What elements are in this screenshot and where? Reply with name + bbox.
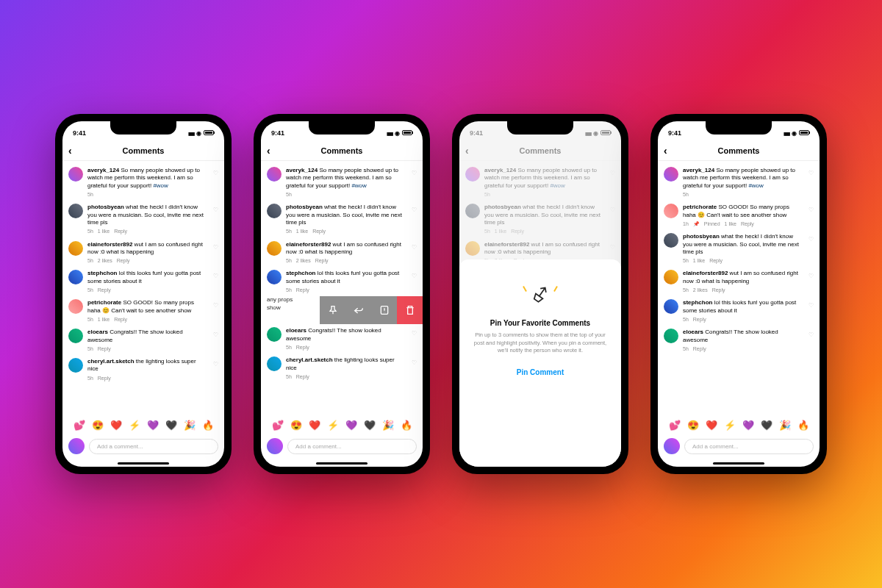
comment-likes[interactable]: 1 like — [98, 228, 110, 234]
comment-reply[interactable]: Reply — [296, 287, 309, 293]
emoji-shortcut[interactable]: 💜 — [345, 420, 357, 431]
comment-reply[interactable]: Reply — [693, 345, 706, 352]
emoji-shortcut[interactable]: ❤️ — [706, 420, 717, 431]
comments-list[interactable]: averyk_124 So many people showed up to w… — [261, 161, 423, 415]
back-button[interactable]: ‹ — [465, 146, 469, 156]
comment-reply[interactable]: Reply — [296, 373, 309, 380]
back-button[interactable]: ‹ — [68, 146, 72, 156]
comment-input[interactable]: Add a comment... — [89, 439, 218, 454]
comment-row[interactable]: averyk_124 So many people showed up to w… — [658, 164, 820, 201]
home-indicator[interactable] — [713, 462, 764, 465]
commenter-avatar[interactable] — [68, 270, 83, 284]
like-comment-icon[interactable]: ♡ — [412, 207, 417, 213]
like-comment-icon[interactable]: ♡ — [808, 170, 814, 176]
commenter-avatar[interactable] — [68, 167, 83, 182]
comment-reply[interactable]: Reply — [98, 345, 111, 352]
emoji-shortcut[interactable]: 🔥 — [401, 420, 412, 431]
like-comment-icon[interactable]: ♡ — [412, 244, 417, 251]
emoji-shortcut[interactable]: 🔥 — [797, 420, 809, 431]
commenter-username[interactable]: averyk_124 — [683, 167, 714, 173]
commenter-avatar[interactable] — [267, 270, 282, 284]
comment-reply[interactable]: Reply — [511, 228, 524, 234]
comment-likes[interactable]: 2 likes — [296, 257, 311, 264]
comment-row[interactable]: averyk_124 So many people showed up to w… — [62, 164, 224, 201]
commenter-username[interactable]: elaineforster892 — [87, 241, 132, 248]
reply-action-button[interactable] — [345, 296, 371, 324]
like-comment-icon[interactable]: ♡ — [213, 273, 218, 279]
comment-row[interactable]: averyk_124 So many people showed up to w… — [261, 164, 423, 201]
comment-likes[interactable]: 1 like — [693, 257, 705, 264]
hashtag[interactable]: #wow — [748, 182, 763, 189]
pin-action-button[interactable] — [320, 296, 345, 324]
hashtag[interactable]: #wow — [351, 182, 366, 189]
like-comment-icon[interactable]: ♡ — [213, 302, 218, 309]
commenter-avatar[interactable] — [267, 241, 282, 256]
commenter-username[interactable]: photosbyean — [683, 233, 720, 240]
commenter-avatar[interactable] — [68, 329, 83, 343]
comment-reply[interactable]: Reply — [296, 344, 309, 351]
emoji-shortcut[interactable]: 🎉 — [779, 420, 791, 431]
commenter-avatar[interactable] — [664, 329, 678, 343]
comment-reply[interactable]: Reply — [312, 228, 326, 234]
commenter-username[interactable]: stephchon — [683, 299, 712, 306]
comment-likes[interactable]: 1 like — [98, 316, 110, 323]
emoji-shortcut[interactable]: 💕 — [74, 420, 85, 431]
home-indicator[interactable] — [316, 462, 368, 465]
comments-list[interactable]: averyk_124 So many people showed up to w… — [62, 161, 224, 415]
back-button[interactable]: ‹ — [267, 146, 270, 156]
commenter-username[interactable]: cheryl.art.sketch — [87, 358, 135, 365]
comment-reply[interactable]: Reply — [114, 228, 127, 234]
like-comment-icon[interactable]: ♡ — [412, 273, 417, 279]
emoji-shortcut[interactable]: 🖤 — [364, 420, 376, 431]
comments-list[interactable]: averyk_124 So many people showed up to w… — [658, 161, 820, 415]
comment-likes[interactable]: 2 likes — [693, 287, 708, 293]
comment-reply[interactable]: Reply — [741, 220, 754, 227]
like-comment-icon[interactable]: ♡ — [213, 207, 218, 213]
comment-row[interactable]: cheryl.art.sketch the lighting looks sup… — [62, 355, 224, 384]
emoji-shortcut[interactable]: 🎉 — [382, 420, 394, 431]
hashtag[interactable]: #wow — [153, 182, 168, 189]
comment-input[interactable]: Add a comment... — [684, 439, 814, 454]
commenter-username[interactable]: photosbyean — [286, 204, 323, 210]
like-comment-icon[interactable]: ♡ — [610, 170, 615, 176]
comment-row[interactable]: averyk_124 So many people showed up to w… — [459, 164, 621, 201]
comment-row[interactable]: photosbyean what the heck! I didn't know… — [62, 201, 224, 237]
like-comment-icon[interactable]: ♡ — [213, 244, 218, 251]
comment-reply[interactable]: Reply — [712, 287, 725, 293]
like-comment-icon[interactable]: ♡ — [808, 207, 814, 213]
emoji-shortcut[interactable]: 🖤 — [761, 420, 772, 431]
comment-reply[interactable]: Reply — [98, 287, 111, 293]
comment-row[interactable]: stephchon lol this looks fun! you gotta … — [62, 267, 224, 296]
comment-row[interactable]: cheryl.art.sketch the lighting looks sup… — [261, 354, 423, 383]
comment-row[interactable]: photosbyean what the heck! I didn't know… — [261, 201, 423, 237]
pin-comment-button[interactable]: Pin Comment — [517, 368, 564, 376]
emoji-shortcut[interactable]: 💕 — [272, 420, 284, 431]
comment-input[interactable]: Add a comment... — [287, 439, 417, 454]
like-comment-icon[interactable]: ♡ — [412, 359, 417, 366]
like-comment-icon[interactable]: ♡ — [412, 330, 417, 337]
commenter-avatar[interactable] — [664, 233, 678, 248]
commenter-username[interactable]: elaineforster892 — [286, 241, 331, 248]
commenter-avatar[interactable] — [465, 241, 480, 256]
commenter-username[interactable]: photosbyean — [87, 204, 124, 210]
emoji-shortcut[interactable]: ⚡ — [724, 420, 736, 431]
emoji-shortcut[interactable]: 😍 — [290, 420, 302, 431]
like-comment-icon[interactable]: ♡ — [213, 170, 218, 176]
commenter-avatar[interactable] — [267, 204, 282, 218]
commenter-avatar[interactable] — [465, 204, 480, 218]
commenter-username[interactable]: averyk_124 — [286, 167, 318, 173]
home-indicator[interactable] — [118, 462, 169, 465]
emoji-shortcut[interactable]: 😍 — [687, 420, 699, 431]
commenter-avatar[interactable] — [267, 167, 282, 182]
commenter-avatar[interactable] — [664, 167, 678, 182]
comment-reply[interactable]: Reply — [98, 375, 111, 381]
emoji-shortcut[interactable]: 😍 — [92, 420, 104, 431]
commenter-avatar[interactable] — [68, 358, 83, 373]
comment-row[interactable]: eloears Congrats!! The show looked aweso… — [62, 326, 224, 355]
commenter-username[interactable]: petrichorate — [87, 299, 121, 306]
commenter-avatar[interactable] — [465, 167, 480, 182]
commenter-username[interactable]: eloears — [683, 329, 703, 335]
emoji-shortcut[interactable]: 💕 — [669, 420, 681, 431]
comment-row[interactable]: elaineforster892 wut I am so confused ri… — [658, 267, 820, 296]
comment-likes[interactable]: 1 like — [296, 228, 308, 234]
